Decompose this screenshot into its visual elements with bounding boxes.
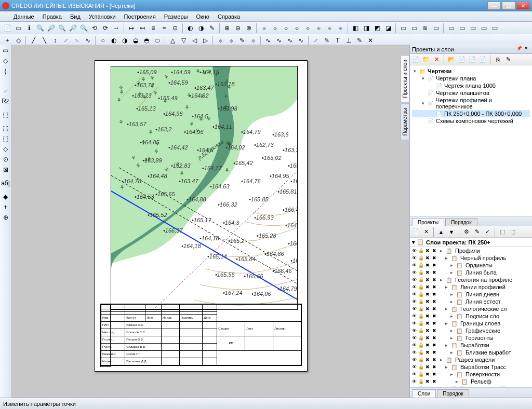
layer-row[interactable]: 👁🔒✖✖▸📋Рельеф	[410, 378, 532, 385]
tree-item[interactable]: 📄Чертеж плана 1000	[412, 82, 530, 89]
tool-btn-tb1-5[interactable]: 🔍	[57, 23, 67, 33]
tool-btn-tb1-16[interactable]: ⊙	[170, 23, 180, 33]
tool-btn-tb2-14[interactable]: ◓	[141, 35, 152, 46]
tool-btn-tb2-8[interactable]: ∿	[83, 35, 93, 46]
layer-row[interactable]: 👁🔒✖✖▸📋Геология на профиле	[410, 276, 532, 283]
doc2-icon[interactable]: 📄	[468, 55, 477, 64]
layer-row[interactable]: 👁🔒✖✖▸📋Горизонты	[410, 334, 532, 342]
tool-btn-tb1-15[interactable]: =	[159, 23, 169, 33]
menu-построения[interactable]: Построения	[120, 12, 160, 21]
tool-btn-tb2-18[interactable]: ▽	[178, 35, 189, 46]
edit-icon[interactable]: ✎	[503, 55, 513, 64]
tool-btn-tb2-35[interactable]: ⊥	[343, 35, 354, 46]
tree-item[interactable]: 📄ПК 250+0,000 - ПК 300+0,000	[412, 110, 530, 117]
ltool-12[interactable]: ⬚	[1, 134, 10, 143]
tool-btn-tb1-41[interactable]: ▭	[409, 23, 419, 33]
tool-btn-tb1-27[interactable]: ⟐	[270, 23, 280, 33]
tool-btn-tb1-42[interactable]: ≋	[420, 23, 430, 33]
tool-btn-tb2-0[interactable]: +	[2, 35, 12, 46]
menu-вид[interactable]: Вид	[66, 12, 85, 21]
tool-btn-tb2-15[interactable]: ⬭	[152, 35, 163, 46]
layer-row[interactable]: 👁🔒✖✖▸📋Линии профилей	[410, 283, 532, 291]
tool-btn-tb2-11[interactable]: ◐	[109, 35, 119, 46]
layer-new-icon[interactable]: 📄	[411, 227, 420, 237]
ltool-15[interactable]: ⊠	[1, 165, 10, 174]
tool-btn-tb2-4[interactable]: ╲	[39, 35, 49, 46]
tool-btn-tb1-9[interactable]: ⟳	[100, 23, 111, 33]
tool-btn-tb1-49[interactable]: ▭	[489, 23, 500, 33]
tree-item[interactable]: ▾📄Чертежи профилей и поперечников	[412, 97, 530, 110]
layer-up-icon[interactable]: ▲	[436, 227, 446, 237]
ltool-21[interactable]: ⊕	[1, 213, 10, 222]
menu-установки[interactable]: Установки	[85, 12, 120, 21]
ltool-11[interactable]: ⬚	[1, 124, 10, 133]
layer-edit-icon[interactable]: ✎	[472, 227, 482, 237]
layers-tree[interactable]: ▾ 📋Слои проекта: ПК 250+ 👁🔒✖✖▸📋Профили👁🔒…	[410, 238, 532, 387]
ltool-0[interactable]: ▭	[1, 46, 10, 55]
panel-close-icon[interactable]: ✕	[523, 46, 530, 53]
layer-row[interactable]: 👁🔒✖✖▸📋Геологические сл	[410, 305, 532, 312]
delete-icon[interactable]: ✕	[432, 55, 441, 64]
tree-item[interactable]: 📄Чертежи планшетов	[412, 89, 530, 97]
tool-btn-tb2-30[interactable]: ∿	[296, 35, 306, 46]
menu-размеры[interactable]: Размеры	[160, 12, 192, 21]
tool-btn-tb1-40[interactable]: ▭	[398, 23, 408, 33]
ltool-9[interactable]: ⬚	[1, 110, 10, 119]
tool-btn-tb2-22[interactable]: ⟐	[215, 35, 225, 46]
tool-btn-tb1-8[interactable]: ⟲	[89, 23, 100, 33]
tool-btn-tb2-20[interactable]: ▷	[200, 35, 210, 46]
tool-btn-tb1-20[interactable]: ✎	[207, 23, 217, 33]
layer-row[interactable]: 👁🔒✖✖▸📋Разрез модели	[410, 356, 532, 363]
tool-btn-tb1-10[interactable]: ↔	[111, 23, 122, 33]
tool-btn-tb2-24[interactable]: ✎	[237, 35, 247, 46]
layer-filter-icon[interactable]: ⚙	[462, 227, 471, 237]
layer-row[interactable]: 👁🔒✖✖▸📋Линия дневн	[410, 291, 532, 298]
ltool-1[interactable]: ◇	[1, 56, 10, 65]
tool-btn-tb1-12[interactable]: ↦	[126, 23, 137, 33]
tool-btn-tb1-0[interactable]: 📄	[2, 23, 12, 33]
tool-btn-tb1-19[interactable]: ◑	[196, 23, 206, 33]
layer-row[interactable]: 👁🔒✖✖▸📋Черный профиль	[410, 254, 532, 262]
layer-row[interactable]: 👁🔒✖✖▸📋Профили	[410, 247, 532, 254]
tool-btn-tb2-3[interactable]: ╱	[28, 35, 38, 46]
tool-btn-tb1-3[interactable]: 🔍	[35, 23, 45, 33]
tool-btn-tb2-5[interactable]: ↕	[50, 35, 60, 46]
menu-данные[interactable]: Данные	[9, 12, 38, 21]
tool-btn-tb2-34[interactable]: T	[332, 35, 343, 46]
tool-btn-tb1-47[interactable]: ▭	[468, 23, 478, 33]
tab-order-1[interactable]: Порядок	[445, 218, 477, 226]
tool-btn-tb1-30[interactable]: ⟐	[302, 23, 313, 33]
ltool-2[interactable]: (	[1, 66, 10, 76]
layer-extra1-icon[interactable]: ⬚	[498, 227, 507, 237]
tool-btn-tb2-29[interactable]: ∿	[285, 35, 295, 46]
tool-btn-tb1-14[interactable]: ≡	[148, 23, 158, 33]
tool-btn-tb2-1[interactable]: ◇	[13, 35, 23, 46]
layer-row[interactable]: 👁🔒✖✖▸📋Линия быта	[410, 269, 532, 276]
tool-btn-tb1-33[interactable]: ⟐	[335, 23, 345, 33]
tool-btn-tb2-17[interactable]: △	[167, 35, 178, 46]
layer-row[interactable]: 👁🔒✖✖▸📋Графические	[410, 327, 532, 334]
tab-order-2[interactable]: Порядок	[437, 389, 469, 398]
new-project-icon[interactable]: 📄	[411, 55, 420, 64]
layer-row[interactable]: 👁🔒✖✖▸📋Выработки	[410, 342, 532, 349]
maximize-button[interactable]: ☐	[502, 2, 515, 10]
vtab-params[interactable]: Параметры	[401, 103, 409, 140]
tool-btn-tb2-6[interactable]: ⟋	[61, 35, 71, 46]
menu-окно[interactable]: Окно	[192, 12, 214, 21]
layer-extra2-icon[interactable]: ⬚	[508, 227, 517, 237]
tool-btn-tb1-31[interactable]: ⟐	[313, 23, 324, 33]
tool-btn-tb2-7[interactable]: ⟍	[72, 35, 82, 46]
tool-btn-tb1-37[interactable]: ◩	[372, 23, 382, 33]
tool-btn-tb1-24[interactable]: ⊗	[244, 23, 254, 33]
tool-btn-tb1-13[interactable]: ↤	[137, 23, 148, 33]
tool-btn-tb1-2[interactable]: ℹ	[24, 23, 34, 33]
ltool-13[interactable]: ◇	[1, 144, 10, 154]
tool-btn-tb2-28[interactable]: ∿	[274, 35, 284, 46]
tool-btn-tb1-4[interactable]: 🔎	[46, 23, 56, 33]
layer-row[interactable]: 👁🔒✖✖▸📋Подписи сло	[410, 312, 532, 320]
layer-row[interactable]: 👁🔒✖✖▸📋Линия естест	[410, 298, 532, 305]
tool-btn-tb2-12[interactable]: ◑	[119, 35, 130, 46]
tool-btn-tb1-6[interactable]: 🔎	[68, 23, 78, 33]
tool-btn-tb2-33[interactable]: ✎	[322, 35, 332, 46]
layer-row[interactable]: 👁🔒✖✖▸📋Границы слоев	[410, 320, 532, 327]
